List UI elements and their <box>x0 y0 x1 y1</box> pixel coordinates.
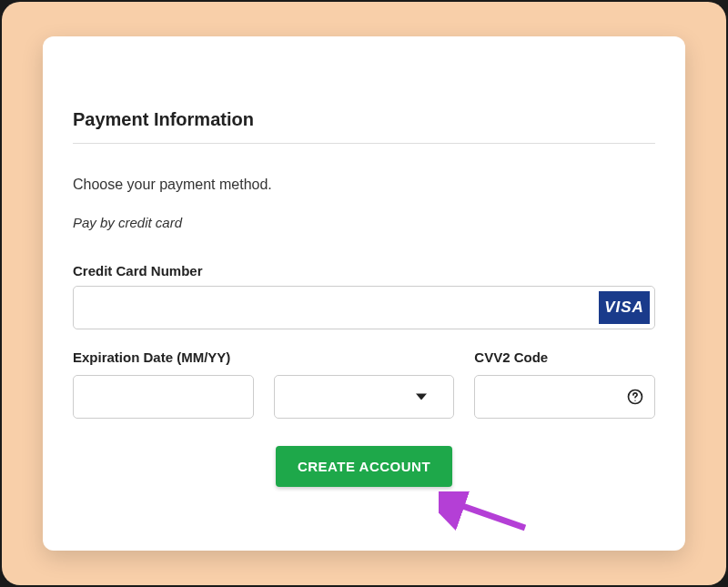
exp-select-wrap <box>274 375 455 419</box>
payment-method-note: Pay by credit card <box>73 215 655 230</box>
card-number-input[interactable] <box>73 286 655 329</box>
exp-select-col <box>274 349 455 419</box>
help-icon[interactable] <box>626 388 644 406</box>
expiry-cvv-row: Expiration Date (MM/YY) CVV2 Code <box>73 349 655 419</box>
cvv-wrap <box>474 375 655 419</box>
card-number-label: Credit Card Number <box>73 263 655 278</box>
page-background: Payment Information Choose your payment … <box>2 2 726 585</box>
card-number-wrap: VISA <box>73 286 655 329</box>
visa-icon: VISA <box>599 291 650 324</box>
svg-point-1 <box>634 400 635 401</box>
exp-date-label: Expiration Date (MM/YY) <box>73 349 254 368</box>
button-row: CREATE ACCOUNT <box>73 446 655 487</box>
chevron-down-icon <box>416 394 427 400</box>
exp-select-input[interactable] <box>274 375 455 419</box>
payment-card: Payment Information Choose your payment … <box>43 36 685 551</box>
exp-select-label <box>274 349 455 368</box>
exp-date-input[interactable] <box>73 375 254 419</box>
cvv-label: CVV2 Code <box>474 349 655 368</box>
divider <box>73 143 655 144</box>
instruction-text: Choose your payment method. <box>73 177 655 193</box>
create-account-button[interactable]: CREATE ACCOUNT <box>276 446 452 487</box>
cvv-col: CVV2 Code <box>474 349 655 419</box>
exp-date-col: Expiration Date (MM/YY) <box>73 349 254 419</box>
section-title: Payment Information <box>73 109 655 130</box>
